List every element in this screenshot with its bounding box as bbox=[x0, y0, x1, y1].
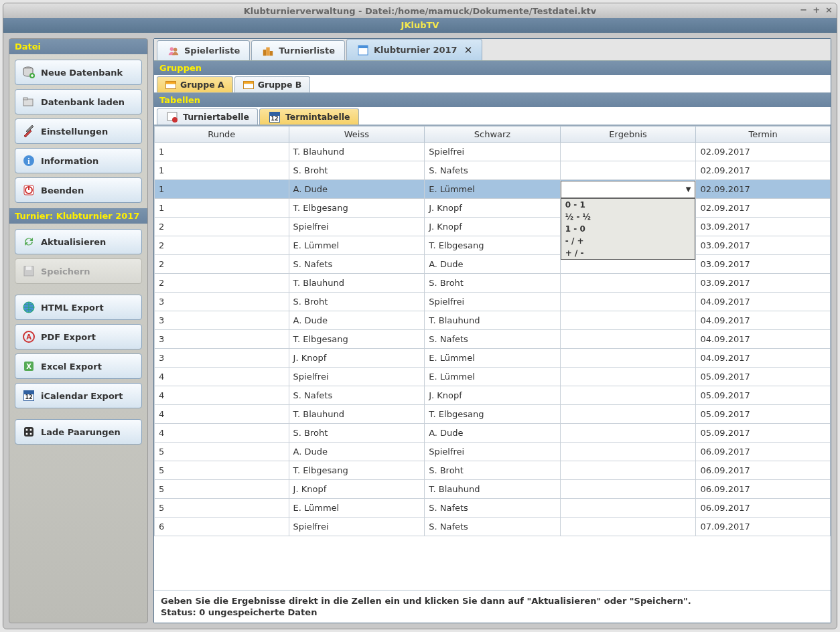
table-row[interactable]: 5E. LümmelS. Nafets06.09.2017 bbox=[155, 499, 831, 518]
cell[interactable]: 2 bbox=[155, 218, 289, 236]
cell[interactable]: 2 bbox=[155, 255, 289, 274]
tab-schedule-table[interactable]: Termintabelle bbox=[259, 108, 359, 125]
cell[interactable]: T. Blauhund bbox=[289, 405, 425, 424]
table-row[interactable]: 1S. BrohtS. Nafets02.09.2017 bbox=[155, 161, 831, 180]
result-cell[interactable] bbox=[560, 330, 696, 349]
cell[interactable]: 3 bbox=[155, 311, 289, 330]
cell[interactable]: A. Dude bbox=[425, 424, 561, 443]
table-row[interactable]: 1T. BlauhundSpielfrei02.09.2017 bbox=[155, 143, 831, 161]
pdf-export-button[interactable]: A PDF Export bbox=[15, 324, 142, 349]
result-cell[interactable] bbox=[560, 499, 696, 518]
tab-tournaments[interactable]: Turnierliste bbox=[251, 40, 345, 60]
cell[interactable]: E. Lümmel bbox=[425, 349, 561, 368]
cell[interactable]: T. Blauhund bbox=[425, 311, 561, 330]
col-result[interactable]: Ergebnis bbox=[560, 127, 696, 143]
table-row[interactable]: 2SpielfreiJ. Knopf03.09.2017 bbox=[155, 218, 831, 236]
cell[interactable]: 3 bbox=[155, 293, 289, 311]
cell[interactable]: 4 bbox=[155, 424, 289, 443]
refresh-button[interactable]: Aktualisieren bbox=[15, 229, 142, 254]
cell[interactable]: T. Blauhund bbox=[425, 480, 561, 499]
cell[interactable]: S. Nafets bbox=[289, 255, 425, 274]
cell[interactable]: J. Knopf bbox=[425, 199, 561, 218]
table-row[interactable]: 5T. ElbgesangS. Broht06.09.2017 bbox=[155, 461, 831, 480]
date-cell[interactable]: 06.09.2017 bbox=[696, 480, 831, 499]
quit-button[interactable]: Beenden bbox=[15, 177, 142, 203]
dropdown-option[interactable]: + / - bbox=[561, 247, 695, 259]
result-cell[interactable] bbox=[560, 143, 696, 161]
date-cell[interactable]: 06.09.2017 bbox=[696, 443, 831, 461]
tab-tournament-table[interactable]: Turniertabelle bbox=[157, 108, 258, 125]
cell[interactable]: E. Lümmel bbox=[289, 236, 425, 255]
cell[interactable]: A. Dude bbox=[425, 255, 561, 274]
cell[interactable]: J. Knopf bbox=[425, 218, 561, 236]
date-cell[interactable]: 02.09.2017 bbox=[696, 143, 831, 161]
col-round[interactable]: Runde bbox=[155, 127, 289, 143]
result-cell[interactable] bbox=[560, 480, 696, 499]
cell[interactable]: S. Nafets bbox=[425, 518, 561, 536]
cell[interactable]: T. Elbgesang bbox=[289, 199, 425, 218]
result-cell[interactable] bbox=[560, 293, 696, 311]
date-cell[interactable]: 05.09.2017 bbox=[696, 368, 831, 386]
cell[interactable]: 5 bbox=[155, 443, 289, 461]
table-row[interactable]: 3T. ElbgesangS. Nafets04.09.2017 bbox=[155, 330, 831, 349]
date-cell[interactable]: 02.09.2017 bbox=[696, 199, 831, 218]
cell[interactable]: T. Blauhund bbox=[289, 143, 425, 161]
cell[interactable]: 1 bbox=[155, 180, 289, 199]
cell[interactable]: Spielfrei bbox=[425, 443, 561, 461]
table-row[interactable]: 6SpielfreiS. Nafets07.09.2017 bbox=[155, 518, 831, 536]
result-cell[interactable] bbox=[560, 274, 696, 293]
cell[interactable]: A. Dude bbox=[289, 180, 425, 199]
cell[interactable]: Spielfrei bbox=[425, 143, 561, 161]
cell[interactable]: S. Broht bbox=[289, 293, 425, 311]
cell[interactable]: S. Broht bbox=[425, 274, 561, 293]
result-cell[interactable] bbox=[560, 349, 696, 368]
date-cell[interactable]: 07.09.2017 bbox=[696, 518, 831, 536]
dropdown-option[interactable]: - / + bbox=[561, 235, 695, 247]
result-cell[interactable] bbox=[560, 461, 696, 480]
cell[interactable]: S. Broht bbox=[425, 461, 561, 480]
date-cell[interactable]: 03.09.2017 bbox=[696, 236, 831, 255]
table-row[interactable]: 3A. DudeT. Blauhund04.09.2017 bbox=[155, 311, 831, 330]
table-row[interactable]: 2S. NafetsA. Dude03.09.2017 bbox=[155, 255, 831, 274]
table-row[interactable]: 4T. BlauhundT. Elbgesang05.09.2017 bbox=[155, 405, 831, 424]
cell[interactable]: T. Elbgesang bbox=[425, 405, 561, 424]
date-cell[interactable]: 03.09.2017 bbox=[696, 255, 831, 274]
maximize-icon[interactable]: + bbox=[813, 5, 820, 15]
table-row[interactable]: 5A. DudeSpielfrei06.09.2017 bbox=[155, 443, 831, 461]
cell[interactable]: S. Nafets bbox=[289, 386, 425, 405]
date-cell[interactable]: 03.09.2017 bbox=[696, 218, 831, 236]
tab-klubturnier-2017[interactable]: Klubturnier 2017 ✕ bbox=[346, 39, 482, 60]
cell[interactable]: 6 bbox=[155, 518, 289, 536]
result-cell[interactable] bbox=[560, 386, 696, 405]
dropdown-option[interactable]: 0 - 1 bbox=[561, 199, 695, 211]
tab-players[interactable]: Spielerliste bbox=[157, 40, 250, 60]
table-row[interactable]: 4SpielfreiE. Lümmel05.09.2017 bbox=[155, 368, 831, 386]
col-black[interactable]: Schwarz bbox=[425, 127, 561, 143]
cell[interactable]: S. Broht bbox=[289, 424, 425, 443]
date-cell[interactable]: 05.09.2017 bbox=[696, 386, 831, 405]
tab-gruppe-a[interactable]: Gruppe A bbox=[157, 76, 233, 92]
icalendar-export-button[interactable]: iCalendar Export bbox=[15, 383, 142, 408]
cell[interactable]: Spielfrei bbox=[289, 218, 425, 236]
cell[interactable]: 4 bbox=[155, 368, 289, 386]
tab-gruppe-b[interactable]: Gruppe B bbox=[234, 76, 311, 92]
cell[interactable]: 5 bbox=[155, 461, 289, 480]
cell[interactable]: T. Blauhund bbox=[289, 274, 425, 293]
cell[interactable]: Spielfrei bbox=[289, 368, 425, 386]
table-row[interactable]: 1T. ElbgesangJ. Knopf02.09.2017 bbox=[155, 199, 831, 218]
col-white[interactable]: Weiss bbox=[289, 127, 425, 143]
cell[interactable]: 4 bbox=[155, 386, 289, 405]
load-pairings-button[interactable]: Lade Paarungen bbox=[15, 419, 142, 445]
cell[interactable]: J. Knopf bbox=[289, 480, 425, 499]
date-cell[interactable]: 02.09.2017 bbox=[696, 180, 831, 199]
cell[interactable]: 2 bbox=[155, 274, 289, 293]
date-cell[interactable]: 06.09.2017 bbox=[696, 461, 831, 480]
result-cell[interactable] bbox=[560, 518, 696, 536]
date-cell[interactable]: 04.09.2017 bbox=[696, 293, 831, 311]
result-cell[interactable] bbox=[560, 443, 696, 461]
date-cell[interactable]: 03.09.2017 bbox=[696, 274, 831, 293]
table-row[interactable]: 4S. BrohtA. Dude05.09.2017 bbox=[155, 424, 831, 443]
result-cell[interactable] bbox=[560, 405, 696, 424]
excel-export-button[interactable]: X Excel Export bbox=[15, 353, 142, 379]
cell[interactable]: J. Knopf bbox=[425, 386, 561, 405]
